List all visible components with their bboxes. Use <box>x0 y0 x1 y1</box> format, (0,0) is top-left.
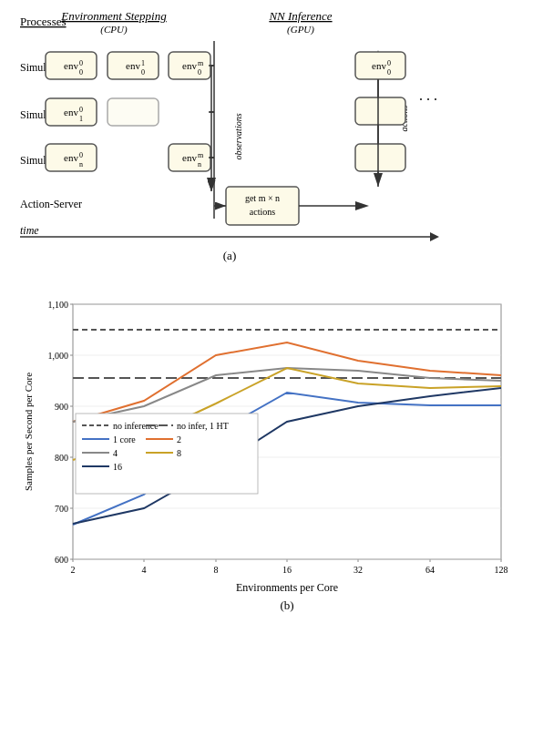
caption-b: (b) <box>280 598 293 612</box>
envnm-text: env <box>182 152 197 163</box>
legend-no-infer-1ht-text: no infer, 1 HT <box>177 421 229 431</box>
time-arrow-head <box>430 232 439 241</box>
envnm-sub: n <box>198 160 201 169</box>
legend-1core-text: 1 core <box>113 434 136 444</box>
x-tick-16: 16 <box>282 565 292 575</box>
env0m-text: env <box>182 60 197 71</box>
infer0-sub: 0 <box>387 68 391 77</box>
x-tick-8: 8 <box>214 565 219 575</box>
page: Processes Environment Stepping (CPU) NN … <box>0 0 543 756</box>
env1-empty-box <box>108 98 159 126</box>
infer2-box <box>355 144 405 171</box>
x-tick-64: 64 <box>425 565 435 575</box>
env10-sub: 1 <box>79 115 83 123</box>
envnm-sup: m <box>198 151 204 159</box>
action-arrow-right <box>355 201 369 210</box>
chart-b: Samples per Second per Core Environments… <box>18 295 525 747</box>
env00-sub: 0 <box>79 68 83 77</box>
x-tick-32: 32 <box>353 565 363 575</box>
env-stepping-title: Environment Stepping <box>60 9 167 23</box>
env10-text: env <box>64 107 78 117</box>
env-stepping-subtitle: (CPU) <box>100 24 128 36</box>
envn0-sub: n <box>79 160 83 169</box>
y-tick-700: 700 <box>55 504 68 514</box>
time-label: time <box>20 224 39 237</box>
y-tick-800: 800 <box>55 453 68 463</box>
down-arrow-head <box>374 173 383 187</box>
env00-text: env <box>64 60 78 71</box>
env0m-sub: 0 <box>198 68 201 77</box>
observations-label: observations <box>233 113 243 159</box>
env00-sup: 0 <box>79 59 83 67</box>
y-axis-label: Samples per Second per Core <box>23 373 34 491</box>
legend-4-text: 4 <box>113 448 118 458</box>
envn0-sup: 0 <box>79 151 83 159</box>
env01-text: env <box>126 60 140 71</box>
legend-16-text: 16 <box>113 462 122 472</box>
nn-inference-title: NN Inference <box>268 9 332 23</box>
get-actions-text2: actions <box>250 207 275 217</box>
y-tick-600: 600 <box>55 555 68 565</box>
env10-sup: 0 <box>79 106 83 114</box>
y-tick-1000: 1,000 <box>48 351 69 361</box>
x-tick-2: 2 <box>71 565 76 575</box>
nn-inference-subtitle: (GPU) <box>287 24 314 36</box>
y-tick-900: 900 <box>55 402 68 412</box>
y-tick-1100: 1,100 <box>48 300 69 310</box>
env01-sup: 1 <box>141 59 145 67</box>
action-server-label: Action-Server <box>20 198 82 210</box>
processes-label: Processes <box>20 15 67 28</box>
infer0-sup: 0 <box>387 59 391 67</box>
diagram-a: Processes Environment Stepping (CPU) NN … <box>18 9 525 295</box>
env01-sub: 0 <box>141 68 145 77</box>
caption-a: (a) <box>223 249 236 262</box>
dots-label: . . . <box>419 87 437 103</box>
legend-2-text: 2 <box>177 434 181 444</box>
get-actions-text1: get m × n <box>245 193 280 203</box>
infer1-box <box>355 97 405 125</box>
env0m-sup: m <box>198 59 204 67</box>
x-axis-label: Environments per Core <box>236 581 338 594</box>
envn0-text: env <box>64 152 78 163</box>
x-tick-128: 128 <box>495 565 508 575</box>
infer0-text: env <box>372 60 386 71</box>
x-tick-4: 4 <box>142 565 147 575</box>
legend-8-text: 8 <box>177 448 181 458</box>
